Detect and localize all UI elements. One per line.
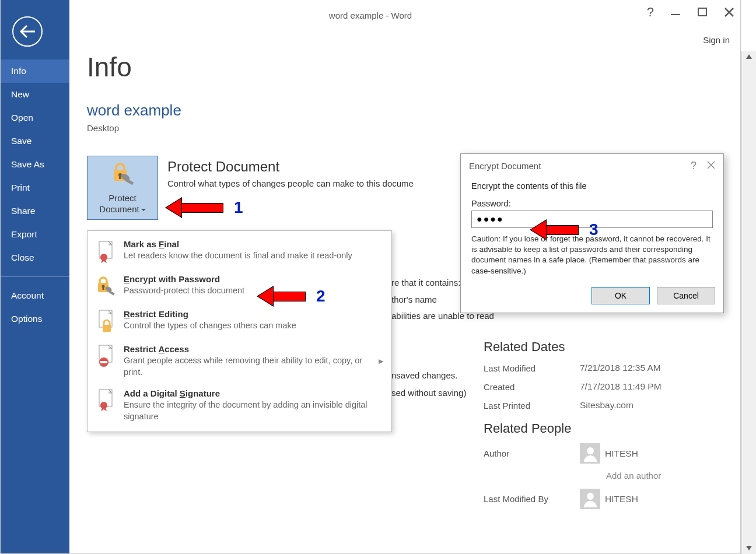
sidebar-item-close[interactable]: Close [1, 246, 69, 269]
svg-rect-18 [103, 325, 111, 332]
menu-add-digital-signature[interactable]: Add a Digital SignatureEnsure the integr… [88, 384, 391, 428]
page-title: Info [87, 51, 740, 83]
document-ribbon-icon [96, 388, 116, 413]
svg-rect-21 [100, 361, 107, 363]
protect-section-title: Protect Document [167, 159, 414, 175]
menu-encrypt-with-password[interactable]: Encrypt with PasswordPassword-protect th… [88, 269, 391, 304]
manage-document-fragment: nsaved changes. sed without saving) [391, 367, 466, 402]
svg-marker-29 [746, 546, 752, 551]
author-name[interactable]: HITESH [605, 448, 638, 459]
sidebar-item-account[interactable]: Account [1, 284, 69, 307]
cancel-button[interactable]: Cancel [657, 287, 715, 304]
annotation-arrow-1: 1 [166, 198, 243, 217]
menu-restrict-access[interactable]: Restrict AccessGrant people access while… [88, 339, 391, 384]
annotation-arrow-3: 3 [531, 220, 598, 239]
sidebar-separator [1, 276, 69, 277]
scroll-down-icon[interactable] [746, 545, 752, 552]
protect-section-desc: Control what types of changes people can… [167, 178, 414, 188]
avatar-icon [580, 489, 600, 509]
author-row: Author HITESH [484, 443, 705, 464]
svg-rect-14 [103, 287, 104, 290]
sidebar-item-print[interactable]: Print [1, 176, 69, 199]
annotation-arrow-2: 2 [258, 287, 326, 306]
sidebar-item-save[interactable]: Save [1, 129, 69, 153]
sidebar-item-new[interactable]: New [1, 83, 69, 106]
sidebar-item-share[interactable]: Share [1, 199, 69, 223]
last-printed-row: Last PrintedSitesbay.com [484, 400, 705, 411]
lock-key-icon [96, 274, 116, 299]
lock-key-icon [109, 161, 136, 189]
last-modified-by-row: Last Modified By HITESH [484, 489, 705, 509]
scroll-up-icon[interactable] [746, 53, 752, 60]
dialog-help-icon[interactable]: ? [691, 160, 696, 172]
menu-mark-as-final[interactable]: Mark as FinalLet readers know the docume… [88, 234, 391, 269]
backstage-sidebar: Info New Open Save Save As Print Share E… [1, 0, 69, 553]
sidebar-item-export[interactable]: Export [1, 223, 69, 246]
sidebar-item-save-as[interactable]: Save As [1, 153, 69, 176]
svg-point-25 [587, 493, 594, 500]
vertical-scrollbar[interactable] [741, 51, 756, 554]
sidebar-item-info[interactable]: Info [1, 59, 69, 83]
dialog-title: Encrypt Document [469, 161, 691, 171]
created-row: Created7/17/2018 11:49 PM [484, 381, 705, 392]
dialog-close-icon[interactable] [707, 160, 715, 172]
protect-section: Protect Document Control what types of c… [167, 159, 414, 188]
protect-document-button[interactable]: ProtectDocument [87, 156, 158, 220]
protect-button-label: ProtectDocument [99, 192, 145, 215]
related-people-heading: Related People [484, 421, 705, 436]
last-modified-row: Last Modified7/21/2018 12:35 AM [484, 363, 705, 373]
sidebar-item-options[interactable]: Options [1, 307, 69, 331]
sidebar-item-open[interactable]: Open [1, 106, 69, 129]
dialog-instruction: Encrypt the contents of this file [471, 181, 713, 191]
dialog-caution-text: Caution: If you lose or forget the passw… [471, 234, 713, 276]
add-author-link[interactable]: Add an author [606, 471, 661, 481]
submenu-arrow-icon: ▶ [379, 357, 383, 365]
document-lock-icon [96, 309, 116, 334]
backstage-view: word example - Word ? Sign in Info New O… [0, 0, 741, 554]
document-location: Desktop [87, 123, 740, 133]
password-label: Password: [471, 199, 713, 208]
document-name: word example [87, 101, 740, 120]
svg-point-24 [587, 447, 594, 454]
menu-restrict-editing[interactable]: Restrict EditingControl the types of cha… [88, 304, 391, 339]
svg-rect-7 [119, 176, 121, 179]
svg-rect-16 [108, 290, 115, 295]
ok-button[interactable]: OK [592, 287, 650, 304]
document-ribbon-icon [96, 239, 116, 264]
protect-document-dropdown: Mark as FinalLet readers know the docume… [87, 230, 392, 432]
last-modified-by-name[interactable]: HITESH [605, 494, 638, 504]
related-dates-heading: Related Dates [484, 339, 705, 355]
document-no-entry-icon [96, 344, 116, 369]
svg-marker-28 [746, 54, 752, 59]
avatar-icon [580, 443, 600, 464]
dropdown-arrow-icon [141, 209, 146, 211]
dialog-title-bar: Encrypt Document ? [461, 154, 723, 177]
properties-pane: Related Dates Last Modified7/21/2018 12:… [484, 339, 705, 517]
